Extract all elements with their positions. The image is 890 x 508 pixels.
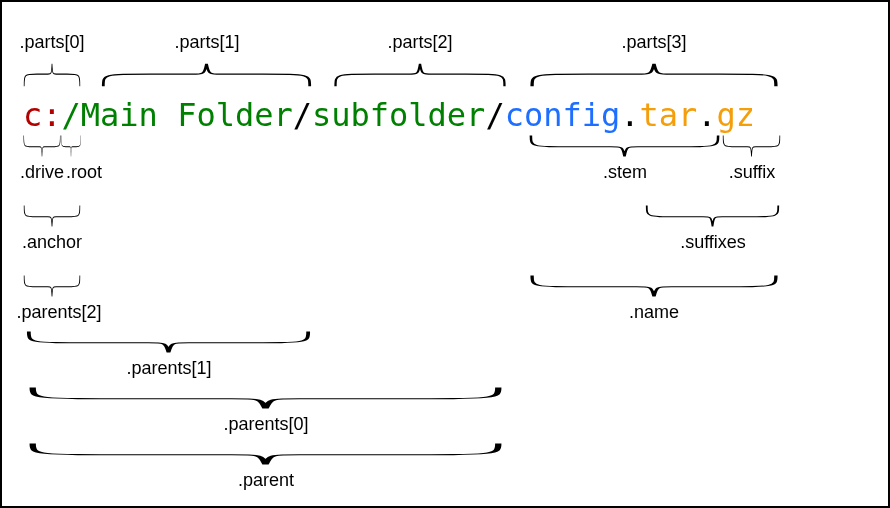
label-parents2: .parents[2] (16, 302, 101, 323)
label-parents0: .parents[0] (223, 414, 308, 435)
label-parent: .parent (238, 470, 294, 491)
path-folder-0: Main Folder (81, 96, 293, 134)
path-sep-1: / (485, 96, 504, 134)
path-stem-base: config (505, 96, 621, 134)
path-folder-1: subfolder (312, 96, 485, 134)
brace-name (527, 274, 781, 298)
brace-parts1-top (99, 62, 314, 88)
path-root: / (62, 96, 81, 134)
brace-root (61, 134, 81, 158)
label-name: .name (629, 302, 679, 323)
label-suffix: .suffix (729, 162, 776, 183)
brace-parents2 (23, 274, 81, 298)
label-parts3: .parts[3] (621, 32, 686, 53)
brace-parts3-top (527, 62, 781, 88)
label-parents1: .parents[1] (126, 358, 211, 379)
path-dot-1: . (697, 96, 716, 134)
brace-anchor (23, 204, 81, 228)
path-suffix-1: gz (717, 96, 756, 134)
label-anchor: .anchor (22, 232, 82, 253)
path-example: c:/Main Folder/subfolder/config.tar.gz (23, 96, 755, 134)
path-suffix-0: tar (640, 96, 698, 134)
brace-suffixes (644, 204, 781, 228)
path-dot-0: . (620, 96, 639, 134)
brace-suffix (722, 134, 781, 158)
brace-drive (23, 134, 61, 158)
brace-stem (527, 134, 722, 158)
label-drive: .drive (20, 162, 64, 183)
path-drive: c: (23, 96, 62, 134)
label-parts1: .parts[1] (174, 32, 239, 53)
brace-parts0-top (23, 62, 81, 88)
brace-parents0 (23, 386, 508, 410)
label-suffixes: .suffixes (680, 232, 746, 253)
brace-parts2-top (332, 62, 508, 88)
brace-parents1 (23, 330, 314, 354)
label-parts2: .parts[2] (387, 32, 452, 53)
label-root: .root (66, 162, 102, 183)
brace-parent (23, 442, 508, 466)
label-stem: .stem (603, 162, 647, 183)
label-parts0: .parts[0] (19, 32, 84, 53)
path-sep-0: / (293, 96, 312, 134)
